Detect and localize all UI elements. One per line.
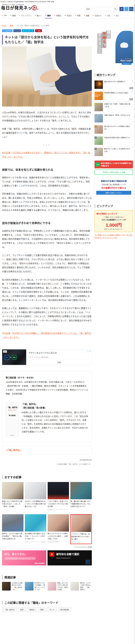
keyword-tag[interactable]: 独学 [18,607,26,612]
keyword-tag[interactable]: ネット [47,607,57,612]
related-title: 勉強しないと世の中から取り残される!?「独学」が必要 [58,582,69,591]
nav-item-lifeplan[interactable]: ▶ライフプラン [18,13,33,18]
photoshop-icon: Ps [86,560,90,564]
ad-info-icon[interactable]: ⓘ [131,80,133,82]
nav-item-chumoku[interactable]: ▶注目の人 [91,13,104,18]
recommended-card[interactable]: このハゲ頭が○○を使ってたった30日でフサフサに!?限定公開ad 限定キャンペー… [48,482,69,513]
nav-item-shumi[interactable]: ▶趣味 [44,13,52,18]
nav-arrow-icon: ▶ [19,15,20,16]
nav-item-tsuhan[interactable]: ▶通販 [104,13,112,18]
nav-item-taikenki[interactable]: ▶体験記 [52,13,63,18]
recommended-card[interactable]: 神コスメでブルドック顔だったほうれい線が... 42歳が試してみたad girl… [48,514,69,544]
book-description: AI技術により新しい働き方をする人が増えている現代は、個人に対する「市場価値」が… [22,410,88,434]
line-follow-button[interactable]: アカウントをフォローしてね [94,170,133,175]
page-scrollbar[interactable] [134,0,135,644]
ad-info-icon[interactable]: ⓘ [87,350,89,352]
article-paragraph: 本書『「超」独学法 AI時代の新しい働き方へ』は、今日から始められる「独学」の勉… [2,127,92,139]
ad-body: デザインをよりリアルに伝える アドビ システムズ株式会社 詳細 [26,350,92,365]
social-square-icon[interactable]: ║║ [129,7,134,11]
ranking-item[interactable]: 5 散歩がもっと楽しくなる街歩きのすすめ [94,146,133,158]
related-heading: 関連記事 [2,575,92,579]
inline-ad[interactable]: 広告 Ps + Dn デザインをよりリアルに伝える アドビ システムズ株式会社 … [2,349,92,365]
ad-badge: 広告 [3,350,7,353]
recommended-card[interactable]: 朝、鏡の前で歯を磨くだけで健康状態がわかる。そんな時代が近づいてい [70,482,92,513]
banner-subtext: Adobe Photoshop CC [56,557,90,559]
recommended-card-highlighted[interactable]: 「ブルドック顔だね」42歳主婦が神コスメでほうれい線が...ad girlsco… [70,514,92,544]
nav-item-kurashi[interactable]: ▶暮らし [33,13,44,18]
line-icon: LINE [96,162,100,166]
breadcrumb-home-link[interactable]: Home [2,25,6,26]
adobe-banner-ad[interactable]: A 被写体を自動で選択 Adobe Photoshop CC Ps [48,550,92,566]
ranking-item[interactable]: 4 年金生活の家計を助ける節約のコツ [94,135,133,146]
recommended-card[interactable]: 家で簡単に永久脱毛できる方法！？キャンペーン中だから急いで！ad キャンペーンペ… [25,514,46,544]
line-promo-banner[interactable]: LINE 毎日が発見ネットのおすすめ記事がLINEで読めます [94,160,133,168]
keyword-tag[interactable]: 野口悠紀雄 [58,607,71,612]
recommended-card[interactable]: AIロボットは"感情を持たない"からこそ介護の分野で活躍できる／人工 [25,482,46,513]
related-thumbnail [2,582,11,590]
nav-item-rensai[interactable]: ▶連載 [82,13,91,18]
recommended-card[interactable]: 独学は、とにかく始めて修正は適宜！ 「知らない敵」は知れば味方にな [2,514,24,544]
article-paragraph: 私が逆向き勉強をしていた頃には、インターネットもなければ検索エンジンもなかった。… [2,278,92,302]
adobe-logo-icon: A [50,552,54,556]
ranking-ad-item[interactable]: MAX 83% OFF!! 有資格の熟練工による安心の施工 ⓘ 広告 [94,90,133,102]
recommended-card[interactable]: 勉強しないと世の中から取り残される!? いまこそ「独学」が必要／ [2,482,24,513]
breadcrumb-section-link[interactable]: 趣味 [10,25,13,26]
dimension-icon: Dn [12,355,16,360]
nav-item-top[interactable]: ▶TOP [0,13,9,18]
related-article[interactable]: 勉強しないと世の中から取り残される!?「独学」が必要 [48,582,69,591]
recommended-grid: 勉強しないと世の中から取り残される!? いまこそ「独学」が必要／ AIロボットは… [2,482,92,544]
twitter-icon[interactable]: 🐦 [124,7,128,11]
search-icon[interactable]: 🔍 [114,8,117,10]
nav-arrow-icon: ▶ [2,15,3,16]
card-thumbnail [25,482,46,499]
card-ad-meta: ad キャンペーンページ moomo [25,541,46,543]
facebook-icon[interactable]: f [120,7,124,11]
related-article[interactable]: 何が知りたいのかを明確に。検索テクニックとは（13） [25,582,46,591]
tweet-button[interactable]: 🐦ツイート [2,29,12,32]
ranking-list: 最大20社からの一括見積もり ⓘ 広告 MAX 83% OFF!! 有資格の熟練… [94,79,133,158]
nav-item-kenko[interactable]: ▶健康 [9,13,18,18]
card-title: 神コスメでブルドック顔だったほうれい線が... 42歳が試してみた [48,532,69,540]
section-heading-1: 検索では、体系を知らずに知識を得られる [2,168,92,172]
ranking-item[interactable]: 1 60歳からの「独学」で脳を元気に保つ方法 [94,102,133,113]
sidebar-top-ad[interactable]: 積み 手降ろし やめました コンクリート Ran LeaD ドライバー [94,30,133,66]
rank-number-badge: 4 [94,136,97,139]
prev-article-link[interactable]: 前の記事「1日1回以上は検索するクセを！ 積極的に「知ろうとする」態度が大切／「… [2,151,92,159]
nav-item-onayami[interactable]: ▶お悩み [63,13,74,18]
pickup-ad[interactable]: 毎日が発見ショッピング ～ご登録いただいた会員さまに～ ただいま会員登録キャンペ… [94,210,133,232]
related-article[interactable]: 独学は、とにかく始めて修正は適宜！／「超」独学法 [70,582,92,591]
search-input[interactable] [85,8,114,10]
nav-item-zasshi[interactable]: ▶雑誌 [112,13,121,18]
helmet-shape [120,42,128,48]
ad-close-icon[interactable]: ✕ [89,350,91,352]
ad-vertical-text: 積み [106,30,111,38]
keyword-tag[interactable]: 勉強法 [27,607,37,612]
ad-detail-button[interactable]: 詳細 [28,361,90,364]
ranking-ad-item[interactable]: 最大20社からの一括見積もり ⓘ 広告 [94,79,133,90]
ad-info-icon[interactable]: ⓘ [131,91,133,94]
estate-ad[interactable]: 管理500戸未満の不動産会社様 空室対策に強い賃貸管理ソフトが 月の家賃1円だけ… [94,178,133,197]
uq-banner-ad[interactable]: ほら、見えてきた。 今スマホのままおトクになるプランはこちら UQ mobile [2,550,46,566]
ad-headline: 管理500戸未満の不動産会社様 [96,180,131,182]
next-article-link[interactable]: 次の記事「何が知りたいのかを明確に。 目的到達のための検索テクニックとは／「超」… [2,331,92,340]
search-box[interactable]: 🔍 [85,7,117,11]
xlift-logo[interactable]: X-lift [88,546,92,548]
nav-item-tokushu[interactable]: ▶特集 [74,13,82,18]
keyword-tag[interactable]: 検索 [38,607,46,612]
ranking-item[interactable]: 2 夫婦で始める「終活」のきほんとは [94,113,133,124]
pickup-link[interactable]: 【ご登録いただいた会員さま限定】ただいま1,000円分のクーポンプレゼント中!! [94,234,133,240]
site-logo[interactable]: 毎日が発見ネット▼ [1,6,39,10]
section-heading-2: 逆向き勉強法がきわめて効率的にできる [2,221,92,225]
ranking-title: 年金生活の家計を助ける節約のコツ [104,136,132,145]
book-link[interactable]: ・『「超」独学法』 [5,449,21,451]
ad-cta-button[interactable]: 無料でお試しください [96,191,131,195]
facebook-share-button[interactable]: fシェア [13,29,21,32]
pinterest-save-button[interactable]: ℗保存 [35,29,42,32]
ad-subtext: 空室対策に強い賃貸管理ソフトが [96,183,131,186]
banner-ads-row: ほら、見えてきた。 今スマホのままおトクになるプランはこちら UQ mobile… [2,550,92,566]
scrollbar-thumb[interactable] [134,4,135,12]
ranking-item[interactable]: 3 蚊に刺されやすい人の特徴と対策とは？ [94,124,133,135]
keyword-tag[interactable]: 「超」独学法 [2,607,17,612]
hatena-bookmark-button[interactable]: B!ブックマーク [22,29,34,32]
related-article[interactable]: 1日1回以上は検索するクセを！／「超」独学法（11） [2,582,24,591]
